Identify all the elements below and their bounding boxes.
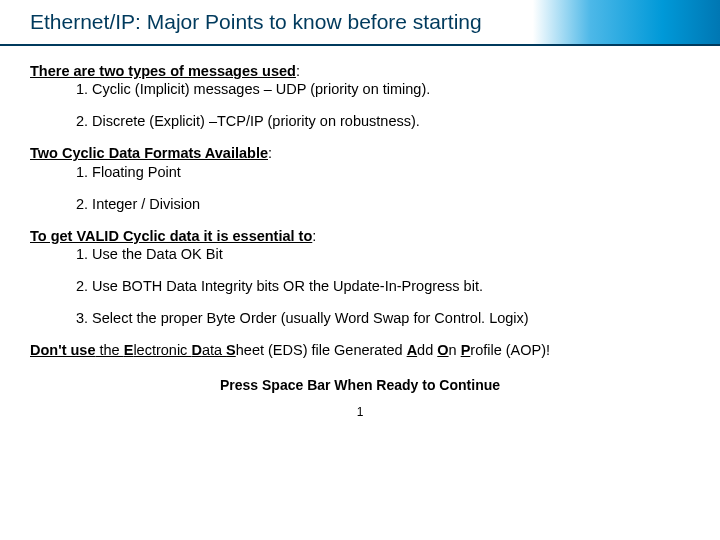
page-title: Ethernet/IP: Major Points to know before… bbox=[30, 10, 720, 34]
list-item: 1. Cyclic (Implicit) messages – UDP (pri… bbox=[76, 80, 690, 98]
slide-content: There are two types of messages used: 1.… bbox=[0, 46, 720, 420]
section-valid: To get VALID Cyclic data it is essential… bbox=[30, 227, 690, 328]
list-item: 2. Integer / Division bbox=[76, 195, 690, 213]
section-messages: There are two types of messages used: 1.… bbox=[30, 62, 690, 130]
page-number: 1 bbox=[30, 405, 690, 420]
section-formats: Two Cyclic Data Formats Available: 1. Fl… bbox=[30, 144, 690, 212]
title-bar: Ethernet/IP: Major Points to know before… bbox=[0, 0, 720, 46]
list-item: 1. Floating Point bbox=[76, 163, 690, 181]
footer-instruction: Press Space Bar When Ready to Continue bbox=[30, 377, 690, 395]
section1-heading: There are two types of messages used bbox=[30, 63, 296, 79]
list-item: 1. Use the Data OK Bit bbox=[76, 245, 690, 263]
list-item: 2. Use BOTH Data Integrity bits OR the U… bbox=[76, 277, 690, 295]
section2-heading: Two Cyclic Data Formats Available bbox=[30, 145, 268, 161]
list-item: 3. Select the proper Byte Order (usually… bbox=[76, 309, 690, 327]
section3-heading: To get VALID Cyclic data it is essential… bbox=[30, 228, 312, 244]
list-item: 2. Discrete (Explicit) –TCP/IP (priority… bbox=[76, 112, 690, 130]
warning-line: Don't use the Electronic Data Sheet (EDS… bbox=[30, 341, 690, 359]
